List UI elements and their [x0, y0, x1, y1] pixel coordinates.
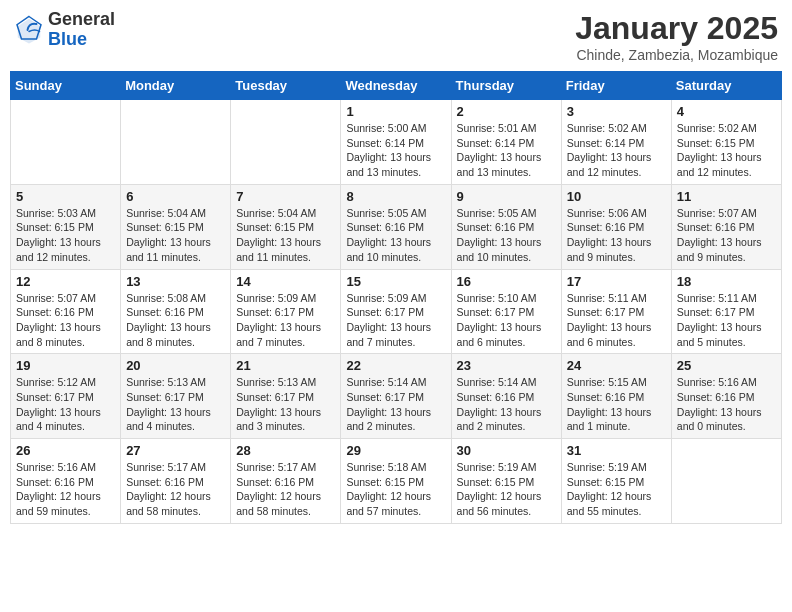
day-info: Sunrise: 5:05 AMSunset: 6:16 PMDaylight:… — [457, 206, 556, 265]
day-cell-6: 6Sunrise: 5:04 AMSunset: 6:15 PMDaylight… — [121, 184, 231, 269]
weekday-header-tuesday: Tuesday — [231, 72, 341, 100]
day-cell-31: 31Sunrise: 5:19 AMSunset: 6:15 PMDayligh… — [561, 439, 671, 524]
day-number: 22 — [346, 358, 445, 373]
day-info: Sunrise: 5:11 AMSunset: 6:17 PMDaylight:… — [677, 291, 776, 350]
day-info: Sunrise: 5:17 AMSunset: 6:16 PMDaylight:… — [236, 460, 335, 519]
weekday-header-thursday: Thursday — [451, 72, 561, 100]
day-number: 21 — [236, 358, 335, 373]
day-cell-25: 25Sunrise: 5:16 AMSunset: 6:16 PMDayligh… — [671, 354, 781, 439]
day-info: Sunrise: 5:02 AMSunset: 6:14 PMDaylight:… — [567, 121, 666, 180]
day-number: 11 — [677, 189, 776, 204]
day-cell-11: 11Sunrise: 5:07 AMSunset: 6:16 PMDayligh… — [671, 184, 781, 269]
weekday-header-saturday: Saturday — [671, 72, 781, 100]
day-number: 31 — [567, 443, 666, 458]
day-cell-10: 10Sunrise: 5:06 AMSunset: 6:16 PMDayligh… — [561, 184, 671, 269]
day-cell-13: 13Sunrise: 5:08 AMSunset: 6:16 PMDayligh… — [121, 269, 231, 354]
day-number: 17 — [567, 274, 666, 289]
day-info: Sunrise: 5:10 AMSunset: 6:17 PMDaylight:… — [457, 291, 556, 350]
calendar-table: SundayMondayTuesdayWednesdayThursdayFrid… — [10, 71, 782, 524]
day-number: 5 — [16, 189, 115, 204]
day-cell-4: 4Sunrise: 5:02 AMSunset: 6:15 PMDaylight… — [671, 100, 781, 185]
day-cell-21: 21Sunrise: 5:13 AMSunset: 6:17 PMDayligh… — [231, 354, 341, 439]
day-info: Sunrise: 5:12 AMSunset: 6:17 PMDaylight:… — [16, 375, 115, 434]
day-cell-29: 29Sunrise: 5:18 AMSunset: 6:15 PMDayligh… — [341, 439, 451, 524]
day-number: 25 — [677, 358, 776, 373]
week-row-5: 26Sunrise: 5:16 AMSunset: 6:16 PMDayligh… — [11, 439, 782, 524]
day-number: 26 — [16, 443, 115, 458]
weekday-header-wednesday: Wednesday — [341, 72, 451, 100]
day-info: Sunrise: 5:00 AMSunset: 6:14 PMDaylight:… — [346, 121, 445, 180]
day-number: 12 — [16, 274, 115, 289]
day-number: 7 — [236, 189, 335, 204]
day-number: 27 — [126, 443, 225, 458]
day-cell-20: 20Sunrise: 5:13 AMSunset: 6:17 PMDayligh… — [121, 354, 231, 439]
empty-cell — [231, 100, 341, 185]
empty-cell — [671, 439, 781, 524]
day-info: Sunrise: 5:14 AMSunset: 6:16 PMDaylight:… — [457, 375, 556, 434]
day-cell-28: 28Sunrise: 5:17 AMSunset: 6:16 PMDayligh… — [231, 439, 341, 524]
day-number: 19 — [16, 358, 115, 373]
day-number: 4 — [677, 104, 776, 119]
day-number: 6 — [126, 189, 225, 204]
day-cell-26: 26Sunrise: 5:16 AMSunset: 6:16 PMDayligh… — [11, 439, 121, 524]
day-number: 15 — [346, 274, 445, 289]
day-info: Sunrise: 5:16 AMSunset: 6:16 PMDaylight:… — [677, 375, 776, 434]
weekday-header-sunday: Sunday — [11, 72, 121, 100]
day-cell-23: 23Sunrise: 5:14 AMSunset: 6:16 PMDayligh… — [451, 354, 561, 439]
day-number: 10 — [567, 189, 666, 204]
day-number: 24 — [567, 358, 666, 373]
logo-blue-text: Blue — [48, 29, 87, 49]
day-number: 14 — [236, 274, 335, 289]
day-number: 8 — [346, 189, 445, 204]
weekday-header-row: SundayMondayTuesdayWednesdayThursdayFrid… — [11, 72, 782, 100]
week-row-3: 12Sunrise: 5:07 AMSunset: 6:16 PMDayligh… — [11, 269, 782, 354]
day-cell-1: 1Sunrise: 5:00 AMSunset: 6:14 PMDaylight… — [341, 100, 451, 185]
day-cell-7: 7Sunrise: 5:04 AMSunset: 6:15 PMDaylight… — [231, 184, 341, 269]
day-info: Sunrise: 5:19 AMSunset: 6:15 PMDaylight:… — [457, 460, 556, 519]
day-info: Sunrise: 5:02 AMSunset: 6:15 PMDaylight:… — [677, 121, 776, 180]
day-info: Sunrise: 5:09 AMSunset: 6:17 PMDaylight:… — [236, 291, 335, 350]
day-info: Sunrise: 5:05 AMSunset: 6:16 PMDaylight:… — [346, 206, 445, 265]
day-cell-24: 24Sunrise: 5:15 AMSunset: 6:16 PMDayligh… — [561, 354, 671, 439]
month-title: January 2025 — [575, 10, 778, 47]
day-info: Sunrise: 5:13 AMSunset: 6:17 PMDaylight:… — [126, 375, 225, 434]
logo: General Blue — [14, 10, 115, 50]
day-info: Sunrise: 5:01 AMSunset: 6:14 PMDaylight:… — [457, 121, 556, 180]
day-info: Sunrise: 5:08 AMSunset: 6:16 PMDaylight:… — [126, 291, 225, 350]
week-row-1: 1Sunrise: 5:00 AMSunset: 6:14 PMDaylight… — [11, 100, 782, 185]
day-number: 20 — [126, 358, 225, 373]
empty-cell — [11, 100, 121, 185]
day-number: 28 — [236, 443, 335, 458]
day-info: Sunrise: 5:18 AMSunset: 6:15 PMDaylight:… — [346, 460, 445, 519]
day-info: Sunrise: 5:09 AMSunset: 6:17 PMDaylight:… — [346, 291, 445, 350]
day-number: 1 — [346, 104, 445, 119]
day-info: Sunrise: 5:15 AMSunset: 6:16 PMDaylight:… — [567, 375, 666, 434]
week-row-4: 19Sunrise: 5:12 AMSunset: 6:17 PMDayligh… — [11, 354, 782, 439]
day-info: Sunrise: 5:06 AMSunset: 6:16 PMDaylight:… — [567, 206, 666, 265]
day-info: Sunrise: 5:07 AMSunset: 6:16 PMDaylight:… — [677, 206, 776, 265]
logo-icon — [14, 15, 44, 45]
day-info: Sunrise: 5:17 AMSunset: 6:16 PMDaylight:… — [126, 460, 225, 519]
page-header: General Blue January 2025 Chinde, Zambez… — [10, 10, 782, 63]
day-cell-9: 9Sunrise: 5:05 AMSunset: 6:16 PMDaylight… — [451, 184, 561, 269]
location: Chinde, Zambezia, Mozambique — [575, 47, 778, 63]
day-number: 23 — [457, 358, 556, 373]
day-cell-8: 8Sunrise: 5:05 AMSunset: 6:16 PMDaylight… — [341, 184, 451, 269]
weekday-header-monday: Monday — [121, 72, 231, 100]
title-block: January 2025 Chinde, Zambezia, Mozambiqu… — [575, 10, 778, 63]
day-cell-27: 27Sunrise: 5:17 AMSunset: 6:16 PMDayligh… — [121, 439, 231, 524]
day-info: Sunrise: 5:07 AMSunset: 6:16 PMDaylight:… — [16, 291, 115, 350]
day-cell-2: 2Sunrise: 5:01 AMSunset: 6:14 PMDaylight… — [451, 100, 561, 185]
day-number: 30 — [457, 443, 556, 458]
day-number: 9 — [457, 189, 556, 204]
day-info: Sunrise: 5:13 AMSunset: 6:17 PMDaylight:… — [236, 375, 335, 434]
day-cell-5: 5Sunrise: 5:03 AMSunset: 6:15 PMDaylight… — [11, 184, 121, 269]
day-info: Sunrise: 5:14 AMSunset: 6:17 PMDaylight:… — [346, 375, 445, 434]
day-info: Sunrise: 5:11 AMSunset: 6:17 PMDaylight:… — [567, 291, 666, 350]
day-number: 2 — [457, 104, 556, 119]
day-cell-14: 14Sunrise: 5:09 AMSunset: 6:17 PMDayligh… — [231, 269, 341, 354]
week-row-2: 5Sunrise: 5:03 AMSunset: 6:15 PMDaylight… — [11, 184, 782, 269]
day-number: 3 — [567, 104, 666, 119]
weekday-header-friday: Friday — [561, 72, 671, 100]
day-number: 16 — [457, 274, 556, 289]
